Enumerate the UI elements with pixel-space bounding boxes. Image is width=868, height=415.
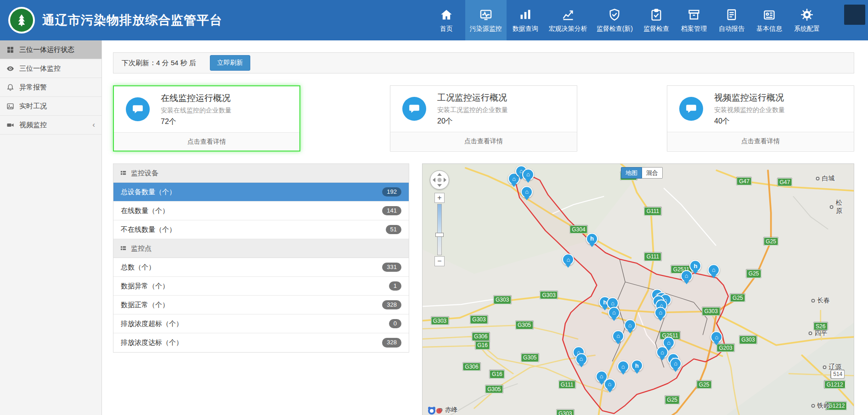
- stat-badge: 192: [382, 187, 401, 197]
- chat-bubble-icon: [126, 97, 150, 121]
- chevron-left-icon[interactable]: ‹: [92, 120, 95, 129]
- map-marker-enterprise[interactable]: ⌂: [522, 168, 534, 180]
- header-corner-widget[interactable]: [844, 5, 865, 25]
- card-video-monitoring[interactable]: 视频监控运行概况 安装视频监控的企业数量 40个 点击查看详情: [667, 85, 854, 151]
- zoom-slider-thumb[interactable]: [435, 233, 444, 237]
- lower-panels: 监控设备 总设备数量（个） 192 在线数量（个） 141 不在线数量（个） 5…: [113, 163, 854, 415]
- sidebar-item-trinity-monitor[interactable]: 三位一体监控: [0, 59, 101, 78]
- stat-row-total-devices[interactable]: 总设备数量（个） 192: [113, 183, 409, 202]
- map-marker-enterprise[interactable]: ⌂: [575, 353, 587, 365]
- stat-label: 总设备数量（个）: [121, 188, 176, 196]
- map-marker-enterprise[interactable]: ⌂: [608, 307, 620, 319]
- map-panel[interactable]: G111G47G47G111G304G25G111G2511G25G303G30…: [422, 163, 854, 415]
- refresh-now-button[interactable]: 立即刷新: [210, 55, 250, 71]
- archive-icon: [687, 8, 701, 22]
- stat-label: 在线数量（个）: [121, 207, 169, 215]
- map-marker-enterprise[interactable]: ⌂: [670, 358, 682, 370]
- map-marker-enterprise[interactable]: ⌂: [681, 270, 693, 282]
- nav-item-home[interactable]: 首页: [428, 0, 465, 40]
- map-marker-h[interactable]: h: [631, 359, 643, 371]
- stat-row-emission-exceed[interactable]: 排放浓度超标（个） 0: [113, 314, 409, 333]
- card-texts: 工况监控运行概况 安装工况监控的企业数量 20个: [437, 92, 508, 126]
- chat-bubble-icon: [402, 97, 426, 121]
- sidebar-item-trinity-status[interactable]: 三位一体运行状态: [0, 40, 101, 59]
- zoom-slider[interactable]: [437, 204, 442, 255]
- nav-label: 首页: [440, 25, 453, 33]
- card-subtitle: 安装视频监控的企业数量: [714, 106, 785, 114]
- map-marker-h[interactable]: h: [586, 233, 598, 245]
- stat-row-online-devices[interactable]: 在线数量（个） 141: [113, 202, 409, 220]
- pan-right-icon[interactable]: [444, 178, 446, 182]
- map-marker-enterprise[interactable]: ⌂: [708, 264, 720, 276]
- stat-row-total-points[interactable]: 总数（个） 331: [113, 258, 409, 277]
- brand: 通辽市污染物排放综合监管平台: [0, 0, 222, 40]
- map-marker-enterprise[interactable]: ⌂: [617, 361, 629, 373]
- map-type-map-button[interactable]: 地图: [621, 167, 642, 179]
- pan-down-icon[interactable]: [437, 184, 442, 187]
- card-body: 视频监控运行概况 安装视频监控的企业数量 40个: [667, 86, 854, 132]
- stats-panel: 监控设备 总设备数量（个） 192 在线数量（个） 141 不在线数量（个） 5…: [113, 163, 409, 353]
- nav-item-archive[interactable]: 档案管理: [675, 0, 713, 40]
- list-icon: [120, 170, 127, 177]
- map-marker-enterprise[interactable]: ⌂: [654, 307, 666, 319]
- nav-item-data-query[interactable]: 数据查询: [507, 0, 544, 40]
- card-footer-link[interactable]: 点击查看详情: [114, 132, 299, 151]
- nav-item-inspection[interactable]: 监督检查: [637, 0, 675, 40]
- map-type-hybrid-button[interactable]: 混合: [642, 167, 663, 179]
- card-title: 视频监控运行概况: [714, 92, 785, 104]
- nav-item-system-config[interactable]: 系统配置: [788, 0, 826, 40]
- chat-bubble-icon: [679, 97, 703, 121]
- map-pan-control[interactable]: [430, 170, 449, 190]
- page-layout: 三位一体运行状态 三位一体监控 异常报警 实时工况 视频监控 ‹: [0, 40, 868, 415]
- card-footer-link[interactable]: 点击查看详情: [390, 132, 577, 150]
- nav-item-pollution-monitor[interactable]: 污染源监控: [465, 0, 507, 40]
- header: 通辽市污染物排放综合监管平台 首页 污染源监控 数据查询 宏观决策分析: [0, 0, 868, 40]
- stat-badge: 51: [386, 225, 401, 235]
- map-marker-enterprise[interactable]: ⌂: [624, 319, 636, 331]
- map-marker-enterprise[interactable]: ⌂: [656, 347, 668, 359]
- stat-row-data-normal[interactable]: 数据正常（个） 328: [113, 296, 409, 314]
- nav-label: 污染源监控: [470, 25, 502, 33]
- refresh-countdown: 下次刷新：4 分 54 秒 后: [122, 59, 196, 67]
- map-marker-h[interactable]: h: [689, 260, 701, 272]
- stats-header-label: 监控点: [131, 244, 152, 253]
- nav-item-auto-report[interactable]: 自动报告: [713, 0, 750, 40]
- card-body: 工况监控运行概况 安装工况监控的企业数量 20个: [390, 86, 577, 132]
- nav-item-macro-analysis[interactable]: 宏观决策分析: [544, 0, 592, 40]
- map-marker-enterprise[interactable]: ⌂: [710, 331, 722, 343]
- nav-label: 宏观决策分析: [549, 25, 587, 33]
- emblem-icon: [10, 9, 33, 32]
- video-camera-icon: [6, 121, 14, 129]
- map-marker-enterprise[interactable]: ⌂: [612, 330, 624, 342]
- map-marker-enterprise[interactable]: ⌂: [521, 186, 533, 198]
- nav-item-basic-info[interactable]: 基本信息: [750, 0, 788, 40]
- stats-header-label: 监控设备: [131, 169, 158, 178]
- sidebar-item-video-monitor[interactable]: 视频监控 ‹: [0, 116, 101, 135]
- stat-row-offline-devices[interactable]: 不在线数量（个） 51: [113, 220, 409, 239]
- card-condition-monitoring[interactable]: 工况监控运行概况 安装工况监控的企业数量 20个 点击查看详情: [390, 85, 577, 151]
- card-footer-link[interactable]: 点击查看详情: [667, 132, 854, 150]
- stat-row-data-abnormal[interactable]: 数据异常（个） 1: [113, 277, 409, 296]
- map-marker-enterprise[interactable]: ⌂: [604, 378, 616, 390]
- sidebar-item-label: 实时工况: [19, 102, 47, 111]
- app-title: 通辽市污染物排放综合监管平台: [42, 12, 222, 28]
- stat-label: 不在线数量（个）: [121, 225, 176, 234]
- zoom-out-button[interactable]: −: [434, 256, 445, 266]
- stat-label: 数据正常（个）: [121, 301, 169, 309]
- zoom-in-button[interactable]: +: [434, 193, 445, 203]
- sidebar-item-realtime-condition[interactable]: 实时工况: [0, 97, 101, 116]
- stat-badge: 331: [382, 263, 401, 272]
- map-marker-enterprise[interactable]: ⌂: [562, 253, 574, 265]
- nav-label: 基本信息: [756, 25, 782, 33]
- nav-item-inspection-new[interactable]: 监督检查(新): [592, 0, 637, 40]
- inspection-new-icon: [608, 8, 621, 22]
- card-online-monitoring[interactable]: 在线监控运行概况 安装在线监控的企业数量 72个 点击查看详情: [113, 85, 300, 151]
- pollution-monitor-icon: [479, 8, 493, 22]
- stat-badge: 328: [382, 300, 401, 310]
- stat-row-emission-compliant[interactable]: 排放浓度达标（个） 328: [113, 333, 409, 352]
- pan-left-icon[interactable]: [433, 178, 435, 182]
- sidebar-item-alarm[interactable]: 异常报警: [0, 78, 101, 97]
- pan-up-icon[interactable]: [437, 173, 442, 176]
- refresh-bar: 下次刷新：4 分 54 秒 后 立即刷新: [113, 52, 854, 73]
- stat-label: 总数（个）: [121, 263, 155, 272]
